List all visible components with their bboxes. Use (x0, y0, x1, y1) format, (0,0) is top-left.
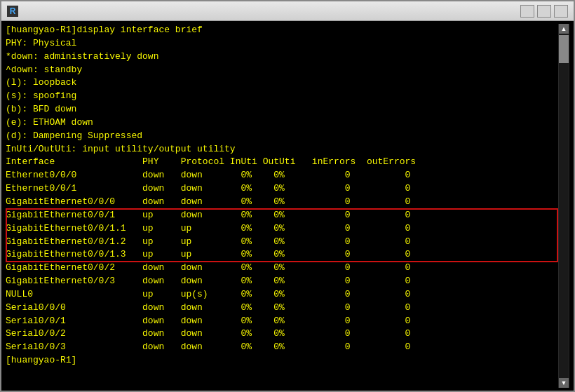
terminal-line: [huangyao-R1]display interface brief (6, 24, 558, 37)
terminal-line: Serial0/0/2 down down 0% 0% 0 0 (6, 327, 558, 341)
terminal-line: GigabitEthernet0/0/0 down down 0% 0% 0 0 (6, 196, 558, 209)
terminal-line: GigabitEthernet0/0/3 down down 0% 0% 0 0 (6, 275, 558, 288)
terminal-line: InUti/OutUti: input utility/output utili… (6, 143, 558, 156)
terminal-line: (s): spoofing (6, 90, 558, 103)
terminal-area: [huangyao-R1]display interface briefPHY:… (1, 21, 574, 391)
close-button[interactable] (554, 5, 568, 18)
terminal-line: ^down: standby (6, 64, 558, 77)
terminal-line: (d): Dampening Suppressed (6, 130, 558, 143)
terminal-line: GigabitEthernet0/0/1 up down 0% 0% 0 0 (6, 209, 558, 222)
terminal-line: Serial0/0/3 down down 0% 0% 0 0 (6, 341, 558, 354)
terminal-line: GigabitEthernet0/0/2 down down 0% 0% 0 0 (6, 262, 558, 275)
terminal-line: NULL0 up up(s) 0% 0% 0 0 (6, 288, 558, 302)
terminal-line: Interface PHY Protocol InUti OutUti inEr… (6, 156, 558, 169)
scroll-up-arrow[interactable]: ▲ (559, 24, 569, 34)
maximize-button[interactable] (537, 5, 551, 18)
terminal-line: Serial0/0/0 down down 0% 0% 0 0 (6, 302, 558, 315)
scrollbar[interactable]: ▲ ▼ (558, 24, 569, 388)
terminal-line: Ethernet0/0/1 down down 0% 0% 0 0 (6, 182, 558, 196)
terminal-line: (e): ETHOAM down (6, 116, 558, 130)
scrollbar-thumb[interactable] (559, 35, 569, 63)
window-controls (520, 5, 568, 18)
terminal-line: [huangyao-R1] (6, 354, 558, 367)
title-bar: R (1, 1, 574, 21)
terminal-line: GigabitEthernet0/0/1.3 up up 0% 0% 0 0 (6, 248, 558, 262)
app-icon: R (7, 6, 18, 17)
terminal-line: (l): loopback (6, 76, 558, 90)
terminal-content[interactable]: [huangyao-R1]display interface briefPHY:… (6, 24, 558, 388)
terminal-line: (b): BFD down (6, 103, 558, 116)
minimize-button[interactable] (520, 5, 534, 18)
terminal-line: GigabitEthernet0/0/1.1 up up 0% 0% 0 0 (6, 222, 558, 236)
scrollbar-track[interactable] (559, 34, 569, 378)
terminal-line: Serial0/0/1 down down 0% 0% 0 0 (6, 315, 558, 328)
terminal-line: PHY: Physical (6, 37, 558, 50)
terminal-line: GigabitEthernet0/0/1.2 up up 0% 0% 0 0 (6, 236, 558, 249)
scroll-down-arrow[interactable]: ▼ (559, 378, 569, 388)
main-window: R [huangyao-R1]display interface briefPH… (0, 0, 575, 392)
terminal-line: Ethernet0/0/0 down down 0% 0% 0 0 (6, 169, 558, 182)
terminal-line: *down: administratively down (6, 50, 558, 64)
